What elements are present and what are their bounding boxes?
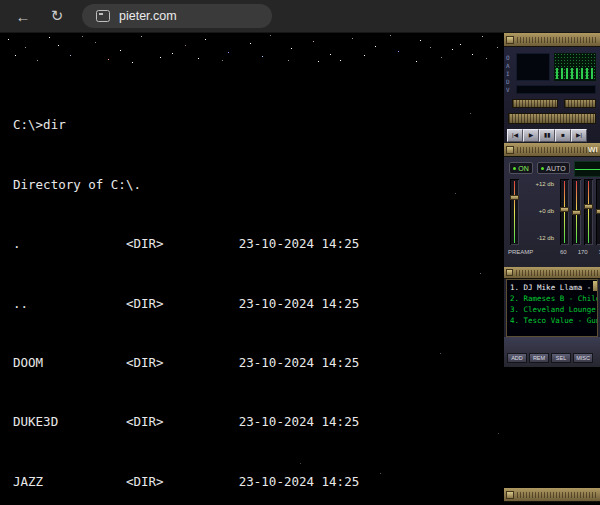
equalizer-icon <box>506 146 514 154</box>
playlist-tracks: 1. DJ Mike Llama - L 2. Rameses B - Chil… <box>506 279 598 337</box>
clutterbar[interactable]: OAIDV <box>506 54 510 93</box>
back-icon[interactable]: ← <box>14 8 32 25</box>
playlist-track[interactable]: 2. Rameses B - Chilo <box>510 293 597 304</box>
preamp-slider[interactable] <box>510 179 519 245</box>
on-led-icon <box>513 167 516 170</box>
terminal-line: DUKE3D <DIR> 23-10-2024 14:25 <box>13 415 359 430</box>
winamp-shade-window <box>504 488 600 502</box>
auto-led-icon <box>541 167 544 170</box>
preamp-label: PREAMP <box>508 249 533 255</box>
reload-icon[interactable]: ↻ <box>48 7 66 25</box>
terminal-line: JAZZ <DIR> 23-10-2024 14:25 <box>13 475 359 490</box>
clutterbar-letter[interactable]: I <box>506 70 510 77</box>
db-label: +12 db <box>524 181 554 187</box>
titlebar-texture <box>517 492 598 498</box>
spectrum-bars <box>556 68 594 79</box>
eq-band-slider[interactable] <box>596 179 600 245</box>
playlist-titlebar[interactable] <box>504 267 600 279</box>
shade-window-icon <box>506 491 514 499</box>
terminal-line: C:\>dir <box>13 118 359 133</box>
eq-on-button[interactable]: ON <box>509 162 533 174</box>
volume-slider[interactable] <box>512 99 558 108</box>
pause-button[interactable]: ▮▮ <box>539 129 555 142</box>
playlist-button[interactable]: ADD <box>507 353 527 363</box>
playlist-track[interactable]: 1. DJ Mike Llama - L <box>510 282 597 293</box>
browser-toolbar: ← ↻ pieter.com <box>0 0 600 33</box>
playlist-button[interactable]: REM <box>529 353 549 363</box>
page-content: C:\>dir Directory of C:\. . <DIR> 23-10-… <box>0 33 600 505</box>
url-text: pieter.com <box>119 9 177 23</box>
playlist-button[interactable]: SEL <box>551 353 571 363</box>
winamp-main-body: OAIDV |◀ ▶ ▮▮ ■ ▶| <box>504 47 600 143</box>
site-icon <box>96 10 110 22</box>
titlebar-texture <box>517 37 598 43</box>
eq-band-slider-170[interactable] <box>572 179 581 245</box>
eq-band-thumb[interactable] <box>572 210 581 215</box>
playlist-track[interactable]: 3. Cleveland Lounge <box>510 304 597 315</box>
terminal-line: .. <DIR> 23-10-2024 14:25 <box>13 297 359 312</box>
balance-slider[interactable] <box>564 99 596 108</box>
frequency-labels: 601703 <box>560 249 600 255</box>
frequency-label: 170 <box>578 249 588 255</box>
winamp-logo-icon <box>506 36 514 44</box>
eq-band-thumb[interactable] <box>584 204 593 209</box>
terminal-line: . <DIR> 23-10-2024 14:25 <box>13 237 359 252</box>
winamp-main-window: OAIDV |◀ ▶ ▮▮ ■ ▶| <box>504 33 600 143</box>
eq-band-thumb[interactable] <box>560 207 569 212</box>
winamp-main-titlebar[interactable] <box>504 33 600 47</box>
next-button[interactable]: ▶| <box>571 129 587 142</box>
playlist-scrollbar[interactable] <box>593 281 597 291</box>
playlist-button-bar: ADD REM SEL MISC <box>504 337 600 367</box>
db-scale-labels: +12 db+0 db-12 db <box>524 181 554 241</box>
db-label: -12 db <box>524 235 554 241</box>
clutterbar-letter[interactable]: V <box>506 86 510 93</box>
eq-band-slider-60[interactable] <box>560 179 569 245</box>
eq-auto-label: AUTO <box>546 165 565 172</box>
db-label: +0 db <box>524 208 554 214</box>
eq-band-thumb[interactable] <box>596 209 600 214</box>
eq-auto-button[interactable]: AUTO <box>537 162 570 174</box>
shade-titlebar[interactable] <box>504 488 600 502</box>
previous-button[interactable]: |◀ <box>507 129 523 142</box>
clutterbar-letter[interactable]: D <box>506 78 510 85</box>
frequency-label: 60 <box>560 249 567 255</box>
playlist-button[interactable]: MISC <box>573 353 593 363</box>
play-button[interactable]: ▶ <box>523 129 539 142</box>
eq-on-label: ON <box>518 165 529 172</box>
eq-band-slider-310[interactable] <box>584 179 593 245</box>
track-title-marquee <box>516 85 596 94</box>
clutterbar-letter[interactable]: A <box>506 62 510 69</box>
seek-slider[interactable] <box>508 113 596 124</box>
playlist-track[interactable]: 4. Tesco Value - Gun <box>510 315 597 326</box>
dos-terminal[interactable]: C:\>dir Directory of C:\. . <DIR> 23-10-… <box>13 59 359 505</box>
equalizer-titlebar[interactable]: WI <box>504 143 600 157</box>
terminal-line: DOOM <DIR> 23-10-2024 14:25 <box>13 356 359 371</box>
preamp-slider-thumb[interactable] <box>510 195 519 200</box>
winamp-playlist-window: 1. DJ Mike Llama - L 2. Rameses B - Chil… <box>504 267 600 367</box>
spectrum-visualizer[interactable] <box>554 53 596 81</box>
starfield-decoration <box>0 33 1 34</box>
winamp-equalizer-window: WI ON AUTO +12 db+0 db-12 db <box>504 143 600 267</box>
playlist-icon <box>506 269 513 276</box>
address-bar[interactable]: pieter.com <box>82 4 272 28</box>
titlebar-texture <box>517 147 598 153</box>
terminal-line: Directory of C:\. <box>13 178 359 193</box>
transport-controls: |◀ ▶ ▮▮ ■ ▶| <box>507 129 587 142</box>
equalizer-body: ON AUTO +12 db+0 db-12 db <box>504 157 600 267</box>
stop-button[interactable]: ■ <box>555 129 571 142</box>
equalizer-title: WI <box>588 145 598 154</box>
time-display <box>516 53 550 81</box>
clutterbar-letter[interactable]: O <box>506 54 510 61</box>
eq-curve-display <box>574 161 600 177</box>
titlebar-texture <box>516 270 598 276</box>
